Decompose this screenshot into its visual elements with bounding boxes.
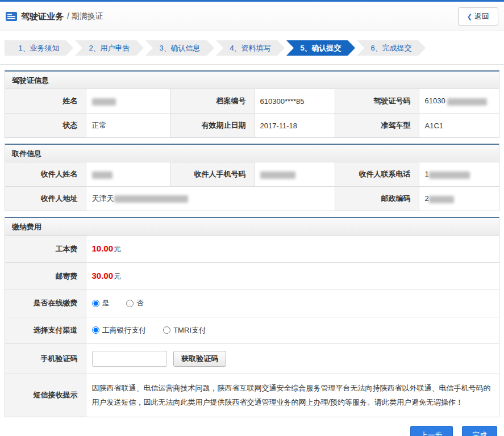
field-label-file-no: 档案编号 bbox=[170, 89, 254, 114]
section-pickup-info: 取件信息 收件人姓名 收件人手机号码 收件人联系电话 1 收件人地址 天津天 邮… bbox=[5, 144, 499, 211]
field-value-mobile bbox=[254, 162, 335, 187]
redacted-text bbox=[114, 195, 188, 203]
section-title-license: 驾驶证信息 bbox=[5, 72, 499, 89]
table-row: 收件人地址 天津天 邮政编码 2 bbox=[5, 187, 499, 211]
field-label-production-fee: 工本费 bbox=[5, 236, 86, 263]
field-value-vehicle-class: A1C1 bbox=[419, 114, 499, 138]
field-label-mailing-fee: 邮寄费 bbox=[5, 263, 86, 290]
page-title: 驾驶证业务 bbox=[21, 11, 64, 22]
field-label-online-payment: 是否在线缴费 bbox=[5, 290, 86, 317]
table-row: 短信接收提示 因陕西省联通、电信运营商技术问题，陕西省互联网交通安全综合服务管理… bbox=[5, 374, 499, 417]
field-label-license-no: 驾驶证号码 bbox=[335, 89, 419, 114]
field-label-vehicle-class: 准驾车型 bbox=[335, 114, 419, 138]
table-row: 手机验证码 获取验证码 bbox=[5, 344, 499, 374]
section-title-fees: 缴纳费用 bbox=[5, 218, 499, 236]
page-subtitle: / 期满换证 bbox=[67, 11, 103, 22]
license-business-icon bbox=[6, 12, 17, 21]
redacted-text bbox=[429, 196, 454, 203]
postcode-prefix: 2 bbox=[425, 194, 429, 203]
step-5-confirm-submit[interactable]: 5、确认提交 bbox=[286, 40, 355, 56]
field-label-valid-until: 有效期止日期 bbox=[170, 114, 254, 138]
payment-channel-options: 工商银行支付 TMRI支付 bbox=[86, 317, 499, 344]
sms-notice-text: 因陕西省联通、电信运营商技术问题，陕西省互联网交通安全综合服务管理平台无法向持陕… bbox=[86, 374, 499, 417]
redacted-text bbox=[447, 98, 487, 106]
field-value-production-fee: 10.00元 bbox=[86, 236, 499, 263]
table-row: 姓名 档案编号 610300****85 驾驶证号码 61030 bbox=[5, 89, 499, 114]
field-value-status: 正常 bbox=[86, 114, 170, 138]
finish-button[interactable]: 完成 bbox=[462, 426, 497, 436]
radio-label-yes: 是 bbox=[102, 298, 110, 308]
field-label-address: 收件人地址 bbox=[5, 187, 86, 211]
step-nav: 1、业务须知 2、用户申告 3、确认信息 4、资料填写 5、确认提交 6、完成提… bbox=[0, 31, 504, 65]
field-label-sms-notice: 短信接收提示 bbox=[5, 374, 86, 417]
radio-option-no[interactable]: 否 bbox=[126, 298, 144, 308]
page: 驾驶证业务 / 期满换证 ❮ 返回 1、业务须知 2、用户申告 3、确认信息 4… bbox=[0, 0, 504, 436]
sms-code-input[interactable] bbox=[92, 351, 167, 367]
section-fees: 缴纳费用 工本费 10.00元 邮寄费 30.00元 是否在线缴费 bbox=[5, 217, 499, 417]
field-value-mailing-fee: 30.00元 bbox=[86, 263, 499, 290]
redacted-text bbox=[92, 171, 113, 179]
redacted-text bbox=[92, 98, 116, 106]
field-value-recipient-name bbox=[86, 162, 170, 187]
field-value-name bbox=[86, 89, 170, 114]
address-prefix: 天津天 bbox=[92, 194, 114, 203]
radio-input-icbc[interactable] bbox=[92, 326, 99, 334]
production-fee-amount: 10.00 bbox=[92, 244, 114, 253]
radio-label-icbc: 工商银行支付 bbox=[102, 325, 147, 336]
field-label-phone: 收件人联系电话 bbox=[335, 162, 419, 187]
license-info-table: 姓名 档案编号 610300****85 驾驶证号码 61030 状态 正常 有… bbox=[5, 89, 499, 137]
step-3-confirm-info[interactable]: 3、确认信息 bbox=[145, 40, 214, 56]
redacted-text bbox=[429, 171, 470, 179]
field-value-address: 天津天 bbox=[86, 187, 335, 211]
back-button-label: 返回 bbox=[474, 11, 489, 22]
production-fee-unit: 元 bbox=[114, 245, 121, 253]
field-value-valid-until: 2017-11-18 bbox=[254, 114, 335, 138]
section-title-pickup: 取件信息 bbox=[5, 145, 499, 162]
field-label-status: 状态 bbox=[5, 114, 86, 138]
step-4-fill-info[interactable]: 4、资料填写 bbox=[216, 40, 285, 56]
field-label-name: 姓名 bbox=[5, 89, 86, 114]
field-label-recipient-name: 收件人姓名 bbox=[5, 162, 86, 187]
field-label-postcode: 邮政编码 bbox=[335, 187, 419, 211]
table-row: 是否在线缴费 是 否 bbox=[5, 290, 499, 317]
radio-option-yes[interactable]: 是 bbox=[92, 298, 110, 308]
get-code-button[interactable]: 获取验证码 bbox=[173, 351, 226, 367]
license-no-prefix: 61030 bbox=[425, 97, 445, 105]
radio-label-tmri: TMRI支付 bbox=[173, 325, 206, 336]
radio-option-tmri[interactable]: TMRI支付 bbox=[163, 325, 206, 336]
radio-input-no[interactable] bbox=[126, 300, 134, 307]
pickup-info-table: 收件人姓名 收件人手机号码 收件人联系电话 1 收件人地址 天津天 邮政编码 2 bbox=[5, 162, 499, 211]
table-row: 选择支付渠道 工商银行支付 TMRI支付 bbox=[5, 317, 499, 344]
footer-actions: 上一步 完成 bbox=[0, 417, 504, 436]
prev-step-button[interactable]: 上一步 bbox=[410, 426, 453, 436]
online-payment-options: 是 否 bbox=[86, 290, 499, 317]
step-1-business-notice[interactable]: 1、业务须知 bbox=[5, 40, 73, 56]
table-row: 工本费 10.00元 bbox=[5, 236, 499, 263]
step-6-complete-submit[interactable]: 6、完成提交 bbox=[357, 40, 426, 56]
radio-input-tmri[interactable] bbox=[163, 326, 170, 334]
mailing-fee-amount: 30.00 bbox=[92, 271, 114, 280]
mailing-fee-unit: 元 bbox=[114, 272, 121, 280]
page-header: 驾驶证业务 / 期满换证 ❮ 返回 bbox=[0, 2, 504, 31]
step-2-user-declaration[interactable]: 2、用户申告 bbox=[75, 40, 144, 56]
radio-option-icbc[interactable]: 工商银行支付 bbox=[92, 325, 147, 336]
field-value-license-no: 61030 bbox=[419, 89, 499, 114]
table-row: 状态 正常 有效期止日期 2017-11-18 准驾车型 A1C1 bbox=[5, 114, 499, 138]
table-row: 邮寄费 30.00元 bbox=[5, 263, 499, 290]
field-label-mobile: 收件人手机号码 bbox=[170, 162, 254, 187]
redacted-text bbox=[260, 171, 295, 179]
phone-prefix: 1 bbox=[425, 170, 429, 178]
field-label-sms-code: 手机验证码 bbox=[5, 344, 86, 374]
table-row: 收件人姓名 收件人手机号码 收件人联系电话 1 bbox=[5, 162, 499, 187]
section-license-info: 驾驶证信息 姓名 档案编号 610300****85 驾驶证号码 61030 状… bbox=[5, 70, 499, 138]
radio-label-no: 否 bbox=[136, 298, 144, 308]
field-label-payment-channel: 选择支付渠道 bbox=[5, 317, 86, 344]
field-value-file-no: 610300****85 bbox=[254, 89, 335, 114]
field-value-phone: 1 bbox=[419, 162, 499, 187]
sms-code-row: 获取验证码 bbox=[86, 344, 499, 374]
radio-input-yes[interactable] bbox=[92, 300, 99, 307]
field-value-postcode: 2 bbox=[419, 187, 499, 211]
fees-table: 工本费 10.00元 邮寄费 30.00元 是否在线缴费 是 bbox=[5, 236, 499, 417]
back-button[interactable]: ❮ 返回 bbox=[458, 7, 498, 26]
chevron-left-icon: ❮ bbox=[467, 13, 472, 20]
